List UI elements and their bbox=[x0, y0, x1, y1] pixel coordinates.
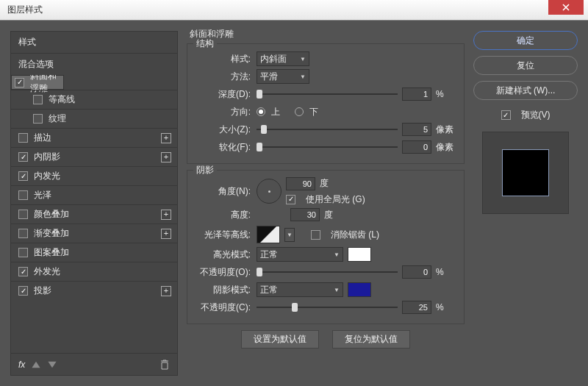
chevron-down-icon: ▼ bbox=[300, 74, 306, 80]
antialias-checkbox[interactable] bbox=[311, 230, 320, 240]
method-select[interactable]: 平滑▼ bbox=[257, 69, 309, 84]
shadow-opacity-input[interactable]: 25 bbox=[402, 301, 431, 314]
effect-item-2[interactable]: 纹理 bbox=[11, 109, 177, 128]
altitude-input[interactable]: 30 bbox=[290, 208, 320, 221]
angle-input[interactable]: 90 bbox=[286, 177, 315, 190]
soften-slider[interactable] bbox=[257, 142, 398, 152]
depth-unit: % bbox=[436, 89, 456, 99]
effect-checkbox[interactable] bbox=[18, 248, 28, 257]
ok-button[interactable]: 确定 bbox=[473, 31, 578, 50]
preview-swatch bbox=[502, 149, 549, 196]
shading-group: 阴影 角度(N): 90 度 使用全局光 (G) bbox=[187, 170, 465, 324]
trash-icon[interactable] bbox=[159, 360, 170, 370]
effect-checkbox[interactable] bbox=[18, 229, 28, 238]
depth-input[interactable]: 1 bbox=[402, 87, 431, 101]
preview-checkbox[interactable] bbox=[501, 110, 511, 120]
depth-label: 深度(D): bbox=[195, 88, 252, 101]
fx-icon[interactable]: fx bbox=[18, 360, 25, 370]
effect-label: 内阴影 bbox=[34, 151, 161, 163]
depth-slider[interactable] bbox=[257, 89, 398, 99]
direction-up-radio[interactable] bbox=[257, 107, 265, 116]
effect-item-7[interactable]: 颜色叠加+ bbox=[11, 204, 177, 224]
effect-checkbox[interactable] bbox=[18, 133, 28, 143]
add-instance-icon[interactable]: + bbox=[161, 133, 171, 143]
effect-checkbox[interactable] bbox=[18, 286, 28, 296]
blend-options-header[interactable]: 混合选项 bbox=[11, 53, 177, 75]
effect-item-4[interactable]: 内阴影+ bbox=[11, 147, 177, 166]
add-instance-icon[interactable]: + bbox=[161, 152, 171, 162]
shadow-mode-select[interactable]: 正常▼ bbox=[257, 282, 343, 297]
antialias-label: 消除锯齿 (L) bbox=[331, 229, 379, 241]
shadow-opacity-slider[interactable] bbox=[257, 302, 398, 312]
window-title: 图层样式 bbox=[7, 4, 548, 16]
cancel-button[interactable]: 复位 bbox=[473, 56, 578, 75]
effect-label: 外发光 bbox=[34, 265, 171, 278]
effect-label: 等高线 bbox=[49, 93, 171, 106]
close-button[interactable] bbox=[548, 0, 584, 15]
effect-item-11[interactable]: 投影+ bbox=[11, 281, 177, 300]
settings-panel: 斜面和浮雕 结构 样式: 内斜面▼ 方法: 平滑▼ 深度(D): 1 % bbox=[187, 31, 465, 376]
highlight-color-swatch[interactable] bbox=[348, 247, 371, 262]
angle-unit: 度 bbox=[320, 177, 340, 190]
effect-item-1[interactable]: 等高线 bbox=[11, 90, 177, 109]
soften-input[interactable]: 0 bbox=[402, 140, 431, 154]
chevron-down-icon: ▼ bbox=[334, 251, 340, 258]
shadow-mode-label: 阴影模式: bbox=[195, 284, 252, 296]
effect-checkbox[interactable] bbox=[18, 171, 28, 181]
highlight-mode-label: 高光模式: bbox=[195, 249, 252, 261]
effect-checkbox[interactable] bbox=[15, 78, 24, 87]
size-unit: 像素 bbox=[436, 124, 456, 136]
direction-down-radio[interactable] bbox=[295, 107, 304, 116]
size-label: 大小(Z): bbox=[195, 124, 252, 136]
chevron-down-icon[interactable]: ▼ bbox=[284, 228, 295, 242]
effect-item-8[interactable]: 渐变叠加+ bbox=[11, 224, 177, 243]
size-input[interactable]: 5 bbox=[402, 123, 431, 136]
altitude-unit: 度 bbox=[324, 209, 345, 221]
effect-label: 纹理 bbox=[49, 112, 171, 125]
make-default-button[interactable]: 设置为默认值 bbox=[241, 330, 319, 349]
size-slider[interactable] bbox=[257, 124, 398, 135]
new-style-button[interactable]: 新建样式 (W)... bbox=[473, 81, 578, 100]
effect-label: 渐变叠加 bbox=[34, 227, 161, 240]
styles-header[interactable]: 样式 bbox=[11, 32, 177, 53]
effect-item-0[interactable]: 斜面和浮雕 bbox=[11, 75, 64, 90]
effect-item-10[interactable]: 外发光 bbox=[11, 262, 177, 281]
effect-checkbox[interactable] bbox=[18, 152, 28, 162]
highlight-mode-select[interactable]: 正常▼ bbox=[257, 247, 343, 262]
reset-default-button[interactable]: 复位为默认值 bbox=[332, 330, 410, 349]
add-instance-icon[interactable]: + bbox=[161, 229, 171, 239]
angle-dial[interactable] bbox=[257, 179, 282, 204]
effect-checkbox[interactable] bbox=[33, 114, 43, 124]
preview-area bbox=[482, 132, 569, 214]
effect-item-6[interactable]: 光泽 bbox=[11, 185, 177, 204]
arrow-up-icon[interactable] bbox=[31, 360, 41, 370]
method-label: 方法: bbox=[195, 71, 252, 83]
style-select[interactable]: 内斜面▼ bbox=[257, 51, 309, 66]
effect-checkbox[interactable] bbox=[18, 267, 28, 276]
effect-checkbox[interactable] bbox=[18, 190, 28, 200]
dialog-body: 样式 混合选项 斜面和浮雕等高线纹理描边+内阴影+内发光光泽颜色叠加+渐变叠加+… bbox=[0, 21, 588, 386]
titlebar[interactable]: 图层样式 bbox=[0, 0, 588, 21]
effect-label: 颜色叠加 bbox=[34, 208, 161, 221]
structure-title: 结构 bbox=[193, 37, 217, 50]
contour-picker[interactable] bbox=[257, 226, 280, 243]
effect-item-3[interactable]: 描边+ bbox=[11, 128, 177, 147]
close-icon bbox=[562, 4, 570, 11]
angle-label: 角度(N): bbox=[195, 185, 252, 198]
arrow-down-icon[interactable] bbox=[47, 360, 57, 370]
global-light-label: 使用全局光 (G) bbox=[306, 193, 365, 206]
add-instance-icon[interactable]: + bbox=[161, 210, 171, 220]
highlight-opacity-slider[interactable] bbox=[257, 267, 398, 277]
shadow-color-swatch[interactable] bbox=[348, 282, 371, 297]
effect-checkbox[interactable] bbox=[33, 95, 43, 104]
direction-label: 方向: bbox=[195, 106, 252, 118]
effect-item-9[interactable]: 图案叠加 bbox=[11, 243, 177, 262]
highlight-opacity-input[interactable]: 0 bbox=[402, 265, 431, 279]
soften-label: 软化(F): bbox=[195, 141, 252, 154]
effect-checkbox[interactable] bbox=[18, 210, 28, 219]
add-instance-icon[interactable]: + bbox=[161, 286, 171, 296]
effects-panel: 样式 混合选项 斜面和浮雕等高线纹理描边+内阴影+内发光光泽颜色叠加+渐变叠加+… bbox=[10, 31, 178, 376]
effect-item-5[interactable]: 内发光 bbox=[11, 166, 177, 185]
global-light-checkbox[interactable] bbox=[286, 195, 295, 204]
effects-list: 斜面和浮雕等高线纹理描边+内阴影+内发光光泽颜色叠加+渐变叠加+图案叠加外发光投… bbox=[11, 75, 177, 353]
